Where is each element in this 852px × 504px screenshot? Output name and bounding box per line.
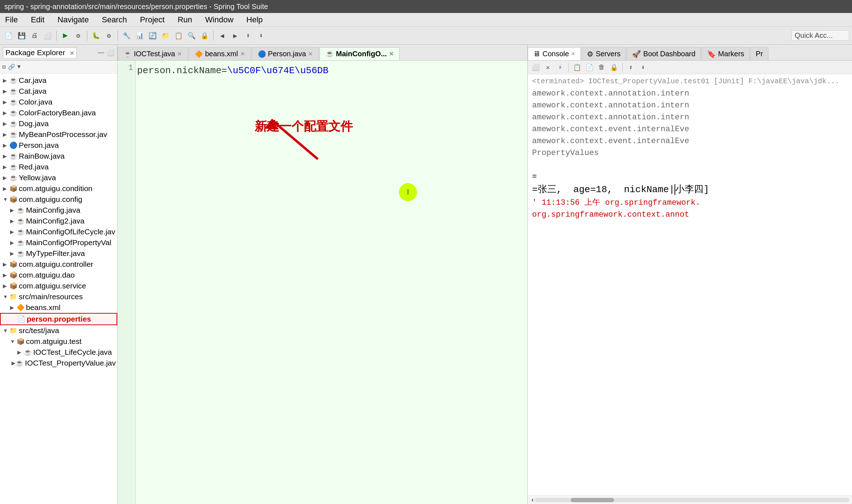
tree-arrow-icon[interactable]: ▶ — [10, 218, 17, 224]
link-with-editor-icon[interactable]: 🔗 — [8, 63, 15, 71]
menu-search[interactable]: Search — [100, 14, 129, 25]
tree-arrow-icon[interactable]: ▶ — [3, 164, 9, 170]
tree-item[interactable]: ▶📦com.atguigu.dao — [0, 270, 117, 280]
package-explorer-tab[interactable]: Package Explorer ✕ — [3, 47, 77, 58]
menu-file[interactable]: File — [3, 14, 20, 25]
tree-item[interactable]: 📄person.properties — [0, 313, 117, 325]
tree-arrow-icon[interactable]: ▼ — [10, 339, 17, 344]
tree-arrow-icon[interactable]: ▶ — [3, 261, 9, 267]
toolbar-btn5[interactable]: 📋 — [173, 30, 184, 41]
tree-item[interactable]: ▶🔶beans.xml — [0, 302, 117, 313]
menu-edit[interactable]: Edit — [28, 14, 47, 25]
tree-item[interactable]: ▶☕MainConfig2.java — [0, 216, 117, 226]
menu-run[interactable]: Run — [175, 14, 194, 25]
toolbar-debug-config[interactable]: ⚙ — [103, 30, 115, 41]
toolbar-new[interactable]: 📄 — [3, 30, 14, 41]
toolbar-btn6[interactable]: 🔍 — [186, 30, 197, 41]
tab-person[interactable]: 🔵 Person.java ✕ — [252, 47, 319, 60]
toolbar-print[interactable]: 🖨 — [29, 30, 40, 41]
tree-item[interactable]: ▶☕IOCTest_LifeCycle.java — [0, 347, 117, 358]
tree-arrow-icon[interactable]: ▶ — [3, 153, 9, 159]
menu-window[interactable]: Window — [203, 14, 236, 25]
tree-item[interactable]: ▼📁src/main/resources — [0, 291, 117, 302]
console-next-btn[interactable]: ⬇ — [638, 62, 648, 72]
tree-item[interactable]: ▶☕Red.java — [0, 162, 117, 172]
menu-project[interactable]: Project — [138, 14, 167, 25]
tree-item[interactable]: ▶☕MyBeanPostProcessor.jav — [0, 129, 117, 140]
tree-area[interactable]: ▶☕Car.java▶☕Cat.java▶☕Color.java▶☕ColorF… — [0, 74, 117, 504]
tab-person-close[interactable]: ✕ — [308, 50, 313, 57]
tree-item[interactable]: ▶☕MainConfig.java — [0, 205, 117, 216]
collapse-all-icon[interactable]: ⊟ — [2, 63, 6, 71]
tree-item[interactable]: ▶📦com.atguigu.controller — [0, 259, 117, 270]
tree-arrow-icon[interactable]: ▶ — [17, 349, 24, 355]
toolbar-btn7[interactable]: 🔒 — [199, 30, 210, 41]
toolbar-save[interactable]: 💾 — [16, 30, 27, 41]
tree-arrow-icon[interactable]: ▶ — [3, 283, 9, 289]
tree-item[interactable]: ▶☕RainBow.java — [0, 151, 117, 162]
code-area[interactable]: person.nickName=\u5C0F\u674E\u56DB — [137, 63, 329, 79]
minimize-icon[interactable]: — — [98, 49, 104, 56]
tree-arrow-icon[interactable]: ▶ — [3, 142, 9, 148]
maximize-icon[interactable]: ⬜ — [106, 49, 114, 57]
toolbar-btn4[interactable]: 📁 — [160, 30, 171, 41]
tree-item[interactable]: ▼📁src/test/java — [0, 325, 117, 336]
toolbar-btn1[interactable]: ⬜ — [42, 30, 53, 41]
toolbar-refresh[interactable]: 🔄 — [147, 30, 158, 41]
tree-arrow-icon[interactable]: ▶ — [3, 272, 9, 278]
tree-item[interactable]: ▶☕Dog.java — [0, 118, 117, 129]
tab-beans-close[interactable]: ✕ — [240, 50, 245, 57]
tree-item[interactable]: ▶☕MyTypeFilter.java — [0, 248, 117, 259]
tab-boot-dashboard[interactable]: 🚀 Boot Dashboard — [627, 47, 701, 60]
tree-arrow-icon[interactable]: ▶ — [10, 240, 17, 246]
console-copy-btn[interactable]: 📋 — [572, 62, 582, 72]
tree-arrow-icon[interactable]: ▶ — [3, 78, 9, 83]
tree-arrow-icon[interactable]: ▶ — [3, 186, 9, 191]
toolbar-up[interactable]: ⬆ — [242, 30, 254, 41]
tree-arrow-icon[interactable]: ▶ — [3, 121, 9, 127]
toolbar-back[interactable]: ◀ — [216, 30, 228, 41]
tree-arrow-icon[interactable]: ▶ — [3, 99, 9, 105]
toolbar-forward[interactable]: ▶ — [229, 30, 241, 41]
tree-item[interactable]: ▶📦com.atguigu.service — [0, 280, 117, 291]
tree-item[interactable]: ▶☕Car.java — [0, 75, 117, 86]
tree-item[interactable]: ▶☕MainConfigOfLifeCycle.jav — [0, 226, 117, 237]
toolbar-btn2[interactable]: 🔧 — [121, 30, 132, 41]
tree-arrow-icon[interactable]: ▶ — [3, 88, 9, 94]
tree-arrow-icon[interactable]: ▶ — [10, 305, 17, 310]
toolbar-btn3[interactable]: 📊 — [134, 30, 145, 41]
tree-arrow-icon[interactable]: ▶ — [3, 132, 9, 137]
menu-help[interactable]: Help — [244, 14, 265, 25]
console-stop-btn[interactable]: ⬜ — [531, 62, 541, 72]
tree-item[interactable]: ▶🔵Person.java — [0, 140, 117, 151]
toolbar-down[interactable]: ⬇ — [255, 30, 267, 41]
tab-console[interactable]: 🖥 Console ✕ — [528, 47, 581, 60]
console-terminate-btn[interactable]: ⚡ — [555, 62, 565, 72]
toolbar-run-config[interactable]: ⚙ — [73, 30, 84, 41]
tab-ioctest[interactable]: ☕ IOCTest.java ✕ — [118, 47, 188, 60]
tree-arrow-icon[interactable]: ▶ — [12, 360, 16, 366]
menu-navigate[interactable]: Navigate — [55, 14, 91, 25]
tree-item[interactable]: ▶☕Cat.java — [0, 86, 117, 97]
tab-mainconfig-close[interactable]: ✕ — [389, 50, 394, 57]
tree-arrow-icon[interactable]: ▶ — [10, 251, 17, 256]
tree-item[interactable]: ▼📦com.atguigu.config — [0, 194, 117, 205]
tree-arrow-icon[interactable]: ▶ — [10, 229, 17, 235]
tree-item[interactable]: ▼📦com.atguigu.test — [0, 336, 117, 347]
tree-item[interactable]: ▶☕IOCTest_PropertyValue.jav — [0, 358, 117, 368]
quick-access-field[interactable]: Quick Acc... — [791, 30, 849, 41]
toolbar-debug[interactable]: 🐛 — [90, 30, 102, 41]
console-prev-btn[interactable]: ⬆ — [626, 62, 636, 72]
console-paste-btn[interactable]: 📄 — [584, 62, 594, 72]
tab-pr[interactable]: Pr — [750, 47, 768, 60]
console-tab-close[interactable]: ✕ — [571, 51, 575, 57]
toolbar-run-green[interactable]: ▶ — [60, 30, 71, 41]
tab-mainconfig[interactable]: ☕ MainConfigO... ✕ — [320, 47, 400, 60]
tree-arrow-icon[interactable]: ▶ — [3, 110, 9, 116]
tree-arrow-icon[interactable]: ▼ — [3, 328, 9, 333]
tab-beans[interactable]: 🔶 beans.xml ✕ — [189, 47, 251, 60]
tree-arrow-icon[interactable]: ▶ — [3, 175, 9, 181]
tab-markers[interactable]: 🔖 Markers — [702, 47, 750, 60]
tree-arrow-icon[interactable]: ▼ — [3, 196, 9, 202]
tree-item[interactable]: ▶☕Color.java — [0, 97, 117, 107]
